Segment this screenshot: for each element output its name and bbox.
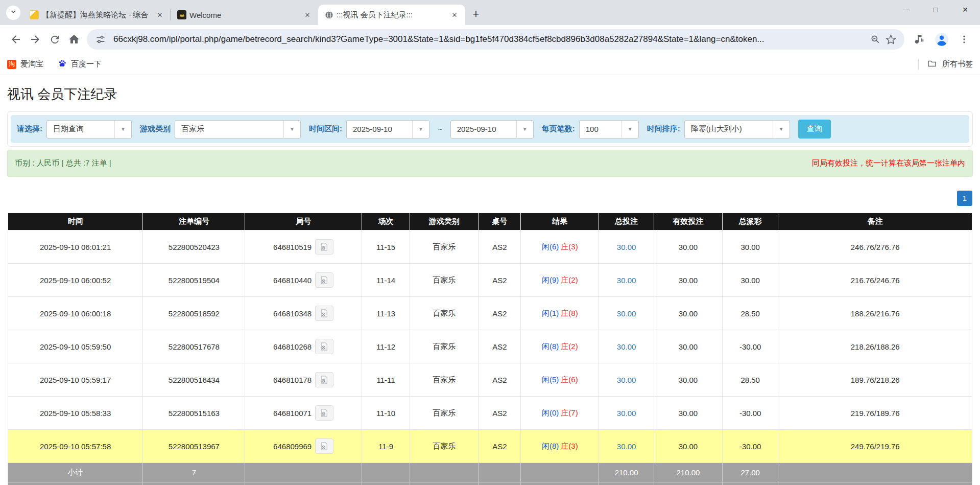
profile-avatar[interactable] [932, 30, 951, 49]
filter-label: 每页笔数: [542, 124, 575, 134]
table-row: 2025-09-10 05:59:50 522800517678 6468102… [8, 330, 972, 363]
video-replay-button[interactable] [315, 372, 333, 387]
total-bet-link[interactable]: 30.00 [617, 409, 636, 418]
home-icon[interactable] [64, 30, 84, 49]
cell-round-no: 646810178 [245, 363, 362, 397]
cell-round-no: 646810348 [245, 297, 362, 330]
reload-icon[interactable] [45, 30, 64, 49]
date-to-select[interactable]: 2025-09-10 ▼ [450, 120, 534, 138]
site-settings-icon[interactable] [93, 32, 108, 47]
video-replay-button[interactable] [315, 239, 333, 255]
tab-close-icon[interactable]: ✕ [302, 9, 313, 20]
header-bet-no: 注单编号 [143, 213, 245, 230]
cell-bet-no: 522800519504 [143, 264, 245, 297]
cell-remark: 189.76/218.26 [778, 363, 972, 397]
total-bet-link[interactable]: 30.00 [617, 442, 636, 451]
table-row: 2025-09-10 05:57:58 522800513967 6468099… [8, 430, 972, 463]
search-button[interactable]: 查询 [798, 120, 831, 138]
header-valid-bet: 有效投注 [654, 213, 722, 230]
tab-close-icon[interactable]: ✕ [449, 9, 460, 20]
cell-result: 闲(0)庄(7) [521, 397, 599, 430]
cell-payout: -30.00 [722, 330, 778, 363]
cell-round-no: 646810440 [245, 264, 362, 297]
tab-close-icon[interactable]: ✕ [154, 9, 165, 20]
media-controls-icon[interactable] [910, 30, 929, 49]
dropdown-arrow-icon[interactable]: ▼ [412, 121, 429, 138]
filter-label: 游戏类别 [140, 124, 171, 134]
cell-result: 闲(1)庄(8) [521, 297, 599, 330]
tab-bet-record[interactable]: :::视讯 会员下注纪录::: ✕ [318, 5, 465, 25]
cell-payout: 28.50 [722, 363, 778, 397]
total-bet-link[interactable]: 30.00 [617, 243, 636, 251]
dropdown-arrow-icon[interactable]: ▼ [516, 121, 533, 138]
cell-payout: 28.50 [722, 297, 778, 330]
banker-result: 庄(2) [561, 342, 578, 351]
address-bar[interactable]: 66cxkj98.com/ipl/portal.php/game/betreco… [87, 29, 904, 50]
folder-icon [927, 58, 937, 70]
video-replay-button[interactable] [315, 405, 333, 421]
video-replay-button[interactable] [315, 339, 333, 354]
chevron-down-icon [10, 8, 17, 17]
cell-game-type: 百家乐 [410, 330, 479, 363]
bookmark-taobao[interactable]: 淘 爱淘宝 [7, 59, 43, 69]
zoom-icon[interactable] [868, 32, 883, 47]
all-bookmarks[interactable]: 所有书签 [918, 58, 973, 70]
forward-icon[interactable] [26, 30, 45, 49]
sort-order-select[interactable]: 降幂(由大到小) ▼ [684, 120, 790, 138]
bookmark-star-icon[interactable] [883, 32, 898, 47]
bookmark-baidu[interactable]: 百度一下 [58, 59, 102, 70]
dropdown-arrow-icon[interactable]: ▼ [283, 121, 300, 138]
video-replay-button[interactable] [315, 272, 333, 288]
back-icon[interactable] [6, 30, 26, 49]
cell-valid-bet: 30.00 [654, 363, 722, 397]
round-number: 646810071 [273, 409, 312, 418]
tab-forum[interactable]: 【新提醒】海燕策略论坛 - 综合 ✕ [23, 5, 171, 25]
query-type-select[interactable]: 日期查询 ▼ [46, 120, 132, 138]
total-bet-link[interactable]: 30.00 [617, 309, 636, 318]
player-result: 闲(6) [542, 242, 559, 251]
total-bet-link[interactable]: 30.00 [617, 342, 636, 351]
cell-game-type: 百家乐 [410, 397, 479, 430]
minimize-icon[interactable]: ─ [891, 0, 921, 19]
dropdown-arrow-icon[interactable]: ▼ [773, 121, 790, 138]
video-replay-button[interactable] [315, 306, 333, 321]
total-count: 7 [143, 482, 245, 485]
cell-valid-bet: 30.00 [654, 264, 722, 297]
welcome-favicon-icon [177, 10, 186, 19]
url-text[interactable]: 66cxkj98.com/ipl/portal.php/game/betreco… [113, 34, 863, 44]
page-1-button[interactable]: 1 [957, 191, 972, 206]
cell-remark: 219.76/189.76 [778, 397, 972, 430]
player-result: 闲(9) [542, 275, 559, 284]
cell-remark: 246.76/276.76 [778, 230, 972, 264]
close-icon[interactable]: ✕ [950, 0, 980, 19]
maximize-icon[interactable]: □ [921, 0, 950, 19]
tab-welcome[interactable]: Welcome ✕ [171, 5, 318, 25]
subtotal-row: 小计 7 210.00 210.00 27.00 [8, 463, 972, 482]
subtotal-total-bet: 210.00 [599, 463, 654, 482]
total-bet-link[interactable]: 30.00 [617, 276, 636, 285]
cell-payout: 30.00 [722, 264, 778, 297]
banker-result: 庄(6) [561, 375, 578, 384]
header-payout: 总派彩 [722, 213, 778, 230]
header-total-bet: 总投注 [599, 213, 654, 230]
page-size-select[interactable]: 100 ▼ [579, 120, 639, 138]
new-tab-button[interactable]: + [468, 7, 484, 22]
dropdown-arrow-icon[interactable]: ▼ [622, 121, 638, 138]
video-replay-button[interactable] [315, 438, 333, 454]
dropdown-arrow-icon[interactable]: ▼ [114, 121, 131, 138]
taobao-icon: 淘 [7, 60, 16, 69]
cell-table-no: AS2 [479, 397, 521, 430]
table-row: 2025-09-10 06:01:21 522800520423 6468105… [8, 230, 972, 264]
cell-bet-no: 522800520423 [143, 230, 245, 264]
forum-favicon-icon [30, 10, 39, 19]
tab-search-button[interactable] [6, 6, 20, 20]
game-type-select[interactable]: 百家乐 ▼ [175, 120, 301, 138]
pagination-top: 1 [8, 191, 972, 206]
browser-window: 【新提醒】海燕策略论坛 - 综合 ✕ Welcome ✕ :::视讯 会员下注纪… [0, 0, 980, 75]
date-from-select[interactable]: 2025-09-10 ▼ [346, 120, 429, 138]
banker-result: 庄(3) [561, 442, 578, 450]
total-bet-link[interactable]: 30.00 [617, 376, 636, 384]
kebab-menu-icon[interactable] [954, 30, 974, 49]
notice-text: 同局有效投注，统一计算在该局第一张注单内 [812, 158, 965, 168]
cell-round-no: 646810519 [245, 230, 362, 264]
